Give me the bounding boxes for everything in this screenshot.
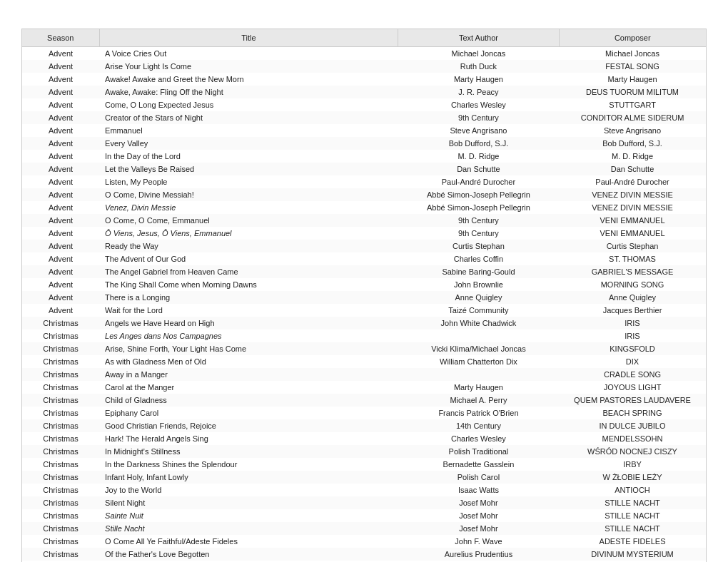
cell-season: Christmas xyxy=(22,419,100,432)
table-row: ChristmasSilent NightJosef MohrSTILLE NA… xyxy=(22,496,707,509)
cell-season: Advent xyxy=(22,150,100,163)
cell-season: Advent xyxy=(22,163,100,175)
cell-author: M. D. Ridge xyxy=(398,150,559,163)
cell-season: Advent xyxy=(22,188,100,201)
cell-title: Listen, My People xyxy=(99,175,398,188)
cell-author: 9th Century xyxy=(398,227,559,240)
cell-composer: Dan Schutte xyxy=(559,163,706,175)
cell-season: Advent xyxy=(22,86,100,98)
cell-season: Advent xyxy=(22,240,100,252)
cell-author: 9th Century xyxy=(398,111,559,124)
cell-composer: VENI EMMANUEL xyxy=(559,214,706,227)
cell-author: Bob Dufford, S.J. xyxy=(398,137,559,150)
cell-composer: IRBY xyxy=(559,458,706,471)
cell-title: Ready the Way xyxy=(99,240,398,252)
cell-title: Stille Nacht xyxy=(99,522,398,535)
cell-author: Paul-André Durocher xyxy=(398,175,559,188)
cell-season: Advent xyxy=(22,73,100,86)
main-container: Season Title Text Author Composer Advent… xyxy=(0,0,728,562)
cell-season: Advent xyxy=(22,47,100,61)
cell-author: Marty Haugen xyxy=(398,381,559,394)
cell-author: Steve Angrisano xyxy=(398,124,559,137)
cell-composer: Paul-André Durocher xyxy=(559,175,706,188)
cell-title: A Voice Cries Out xyxy=(99,47,398,61)
header-author: Text Author xyxy=(398,29,559,47)
cell-composer: Steve Angrisano xyxy=(559,124,706,137)
cell-season: Advent xyxy=(22,304,100,317)
cell-composer: IRIS xyxy=(559,317,706,329)
table-header-row: Season Title Text Author Composer xyxy=(22,29,707,47)
table-row: ChristmasAway in a MangerCRADLE SONG xyxy=(22,368,707,381)
table-row: ChristmasStille NachtJosef MohrSTILLE NA… xyxy=(22,522,707,535)
cell-composer: Anne Quigley xyxy=(559,291,706,304)
table-row: AdventÔ Viens, Jesus, Ô Viens, Emmanuel9… xyxy=(22,227,707,240)
cell-season: Christmas xyxy=(22,368,100,381)
cell-composer: QUEM PASTORES LAUDAVERE xyxy=(559,394,706,407)
cell-title: The Advent of Our God xyxy=(99,252,398,265)
cell-season: Christmas xyxy=(22,458,100,471)
cell-author: John White Chadwick xyxy=(398,317,559,329)
cell-season: Christmas xyxy=(22,329,100,342)
cell-season: Christmas xyxy=(22,445,100,458)
cell-composer: M. D. Ridge xyxy=(559,150,706,163)
table-row: AdventCome, O Long Expected JesusCharles… xyxy=(22,98,707,111)
table-row: AdventAwake! Awake and Greet the New Mor… xyxy=(22,73,707,86)
table-row: ChristmasAngels we Have Heard on HighJoh… xyxy=(22,317,707,329)
cell-author: Marty Haugen xyxy=(398,73,559,86)
cell-title: Arise, Shine Forth, Your Light Has Come xyxy=(99,342,398,355)
table-row: AdventO Come, O Come, Emmanuel9th Centur… xyxy=(22,214,707,227)
table-body: AdventA Voice Cries OutMichael JoncasMic… xyxy=(22,47,707,563)
cell-season: Christmas xyxy=(22,496,100,509)
cell-author: Michael Joncas xyxy=(398,47,559,61)
cell-author: William Chatterton Dix xyxy=(398,355,559,368)
table-row: ChristmasIn the Darkness Shines the Sple… xyxy=(22,458,707,471)
table-row: ChristmasAs with Gladness Men of OldWill… xyxy=(22,355,707,368)
table-row: ChristmasHark! The Herald Angels SingCha… xyxy=(22,432,707,445)
cell-title: Good Christian Friends, Rejoice xyxy=(99,419,398,432)
cell-author: J. R. Peacy xyxy=(398,86,559,98)
cell-season: Advent xyxy=(22,278,100,291)
table-row: ChristmasEpiphany CarolFrancis Patrick O… xyxy=(22,407,707,419)
cell-title: O Come, Divine Messiah! xyxy=(99,188,398,201)
cell-title: Of the Father's Love Begotten xyxy=(99,548,398,561)
cell-title: In Midnight's Stillness xyxy=(99,445,398,458)
table-row: ChristmasArise, Shine Forth, Your Light … xyxy=(22,342,707,355)
cell-season: Advent xyxy=(22,214,100,227)
table-row: ChristmasOf the Father's Love BegottenAu… xyxy=(22,548,707,561)
table-row: AdventThere is a LongingAnne QuigleyAnne… xyxy=(22,291,707,304)
table-row: ChristmasChild of GladnessMichael A. Per… xyxy=(22,394,707,407)
cell-author: Bernadette Gasslein xyxy=(398,458,559,471)
cell-composer: KINGSFOLD xyxy=(559,342,706,355)
cell-title: Venez, Divin Messie xyxy=(99,201,398,214)
cell-season: Advent xyxy=(22,60,100,73)
cell-title: Every Valley xyxy=(99,137,398,150)
cell-composer: ST. THOMAS xyxy=(559,252,706,265)
cell-title: Child of Gladness xyxy=(99,394,398,407)
table-row: AdventListen, My PeoplePaul-André Duroch… xyxy=(22,175,707,188)
cell-composer: VENI EMMANUEL xyxy=(559,227,706,240)
cell-composer: IRIS xyxy=(559,329,706,342)
cell-title: Carol at the Manger xyxy=(99,381,398,394)
cell-author: Taizé Community xyxy=(398,304,559,317)
cell-composer: MORNING SONG xyxy=(559,278,706,291)
cell-author: John Brownlie xyxy=(398,278,559,291)
cell-season: Advent xyxy=(22,252,100,265)
cell-author: John F. Wave xyxy=(398,535,559,548)
cell-author: Francis Patrick O'Brien xyxy=(398,407,559,419)
cell-title: Infant Holy, Infant Lowly xyxy=(99,471,398,484)
cell-season: Christmas xyxy=(22,317,100,329)
cell-composer: Marty Haugen xyxy=(559,73,706,86)
cell-title: O Come All Ye Faithful/Adeste Fideles xyxy=(99,535,398,548)
cell-title: Let the Valleys Be Raised xyxy=(99,163,398,175)
cell-author: Abbé Simon-Joseph Pellegrin xyxy=(398,188,559,201)
cell-season: Christmas xyxy=(22,381,100,394)
cell-title: Hark! The Herald Angels Sing xyxy=(99,432,398,445)
cell-composer: STILLE NACHT xyxy=(559,509,706,522)
cell-season: Advent xyxy=(22,201,100,214)
table-row: ChristmasLes Anges dans Nos CampagnesIRI… xyxy=(22,329,707,342)
table-row: ChristmasSainte NuitJosef MohrSTILLE NAC… xyxy=(22,509,707,522)
cell-author: Curtis Stephan xyxy=(398,240,559,252)
cell-title: Ô Viens, Jesus, Ô Viens, Emmanuel xyxy=(99,227,398,240)
cell-title: The King Shall Come when Morning Dawns xyxy=(99,278,398,291)
cell-title: Joy to the World xyxy=(99,484,398,496)
